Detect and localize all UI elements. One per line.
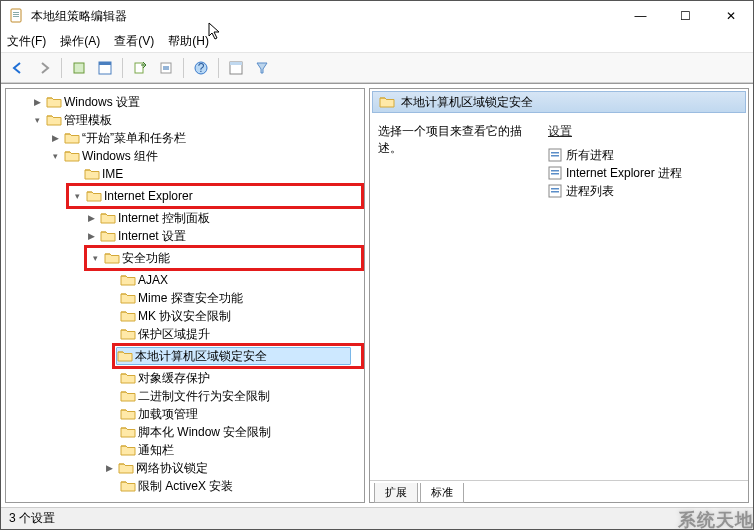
collapse-icon[interactable]: ▾ [30, 113, 44, 127]
folder-icon [117, 349, 133, 363]
tree-item-addon-mgmt[interactable]: 加载项管理 [12, 405, 364, 423]
tree-item-internet-settings[interactable]: ▶Internet 设置 [12, 227, 364, 245]
status-bar: 3 个设置 [1, 507, 753, 529]
description-text: 选择一个项目来查看它的描述。 [378, 123, 548, 472]
tree-item-network-protocol-lockdown[interactable]: ▶网络协议锁定 [12, 459, 364, 477]
folder-icon [84, 167, 100, 181]
status-text: 3 个设置 [9, 510, 55, 527]
folder-icon [46, 95, 62, 109]
folder-icon [86, 189, 102, 203]
menu-help[interactable]: 帮助(H) [168, 33, 209, 50]
tree-item-binary-behaviors[interactable]: 二进制文件行为安全限制 [12, 387, 364, 405]
view-tabs: 扩展 标准 [370, 480, 748, 502]
folder-icon [64, 149, 80, 163]
folder-icon [120, 273, 136, 287]
app-icon [9, 8, 25, 24]
tree-item-mk-protocol[interactable]: MK 协议安全限制 [12, 307, 364, 325]
folder-icon [104, 251, 120, 265]
collapse-icon[interactable]: ▾ [48, 149, 62, 163]
folder-icon [379, 95, 395, 109]
collapse-icon[interactable]: ▾ [70, 189, 84, 203]
menu-file[interactable]: 文件(F) [7, 33, 46, 50]
folder-icon [120, 327, 136, 341]
folder-icon [64, 131, 80, 145]
setting-icon [548, 184, 562, 198]
expand-icon[interactable]: ▶ [84, 229, 98, 243]
settings-column-header[interactable]: 设置 [548, 123, 740, 140]
title-bar: 本地组策略编辑器 — ☐ ✕ [1, 1, 753, 31]
setting-all-processes[interactable]: 所有进程 [548, 146, 740, 164]
menu-view[interactable]: 查看(V) [114, 33, 154, 50]
tree-item-ajax[interactable]: AJAX [12, 271, 364, 289]
svg-rect-7 [74, 63, 84, 73]
toolbar: ? [1, 53, 753, 83]
folder-icon [120, 291, 136, 305]
back-button[interactable] [7, 57, 29, 79]
close-button[interactable]: ✕ [708, 1, 753, 31]
tree-item-windows-components[interactable]: ▾Windows 组件 [12, 147, 364, 165]
folder-icon [120, 309, 136, 323]
tree-item-internet-explorer[interactable]: ▾Internet Explorer [70, 187, 321, 205]
tree-item-security-features[interactable]: ▾安全功能 [88, 249, 321, 267]
setting-icon [548, 166, 562, 180]
svg-rect-11 [161, 63, 171, 73]
folder-icon [46, 113, 62, 127]
setting-icon [548, 148, 562, 162]
svg-text:?: ? [198, 61, 205, 75]
folder-icon [120, 371, 136, 385]
tab-extended[interactable]: 扩展 [374, 483, 418, 503]
show-hide-button[interactable] [94, 57, 116, 79]
folder-icon [120, 479, 136, 493]
tree-item-mime[interactable]: Mime 探查安全功能 [12, 289, 364, 307]
export-button[interactable] [129, 57, 151, 79]
folder-icon [100, 211, 116, 225]
svg-rect-9 [99, 62, 111, 65]
tree-item-windows-settings[interactable]: ▶Windows 设置 [12, 93, 364, 111]
expand-icon[interactable]: ▶ [30, 95, 44, 109]
setting-ie-processes[interactable]: Internet Explorer 进程 [548, 164, 740, 182]
folder-icon [120, 389, 136, 403]
setting-process-list[interactable]: 进程列表 [548, 182, 740, 200]
folder-icon [118, 461, 134, 475]
tree-item-zone-elevation[interactable]: 保护区域提升 [12, 325, 364, 343]
tree-item-local-machine-zone-lockdown[interactable]: 本地计算机区域锁定安全 [116, 347, 351, 365]
details-title: 本地计算机区域锁定安全 [401, 94, 533, 111]
filter-button[interactable] [251, 57, 273, 79]
expand-icon[interactable]: ▶ [84, 211, 98, 225]
tree-item-restrict-activex[interactable]: 限制 ActiveX 安装 [12, 477, 364, 495]
folder-icon [100, 229, 116, 243]
refresh-button[interactable] [155, 57, 177, 79]
maximize-button[interactable]: ☐ [663, 1, 708, 31]
help-button[interactable]: ? [190, 57, 212, 79]
folder-icon [120, 407, 136, 421]
tree-item-object-caching[interactable]: 对象缓存保护 [12, 369, 364, 387]
folder-icon [120, 425, 136, 439]
folder-icon [120, 443, 136, 457]
tree-pane[interactable]: ▶Windows 设置 ▾管理模板 ▶“开始”菜单和任务栏 ▾Windows 组… [5, 88, 365, 503]
window-title: 本地组策略编辑器 [31, 8, 618, 25]
up-button[interactable] [68, 57, 90, 79]
forward-button[interactable] [33, 57, 55, 79]
tree-item-ime[interactable]: IME [12, 165, 364, 183]
tree-item-internet-control-panel[interactable]: ▶Internet 控制面板 [12, 209, 364, 227]
tab-standard[interactable]: 标准 [420, 483, 464, 503]
details-pane: 本地计算机区域锁定安全 选择一个项目来查看它的描述。 设置 所有进程 Inter… [369, 88, 749, 503]
tree-item-start-menu[interactable]: ▶“开始”菜单和任务栏 [12, 129, 364, 147]
collapse-icon[interactable]: ▾ [88, 251, 102, 265]
minimize-button[interactable]: — [618, 1, 663, 31]
menu-bar: 文件(F) 操作(A) 查看(V) 帮助(H) [1, 31, 753, 53]
properties-button[interactable] [225, 57, 247, 79]
details-header: 本地计算机区域锁定安全 [372, 91, 746, 113]
expand-icon[interactable]: ▶ [102, 461, 116, 475]
menu-action[interactable]: 操作(A) [60, 33, 100, 50]
svg-rect-15 [230, 62, 242, 65]
expand-icon[interactable]: ▶ [48, 131, 62, 145]
tree-item-scripted-window[interactable]: 脚本化 Window 安全限制 [12, 423, 364, 441]
tree-item-admin-templates[interactable]: ▾管理模板 [12, 111, 364, 129]
tree-item-notification-bar[interactable]: 通知栏 [12, 441, 364, 459]
